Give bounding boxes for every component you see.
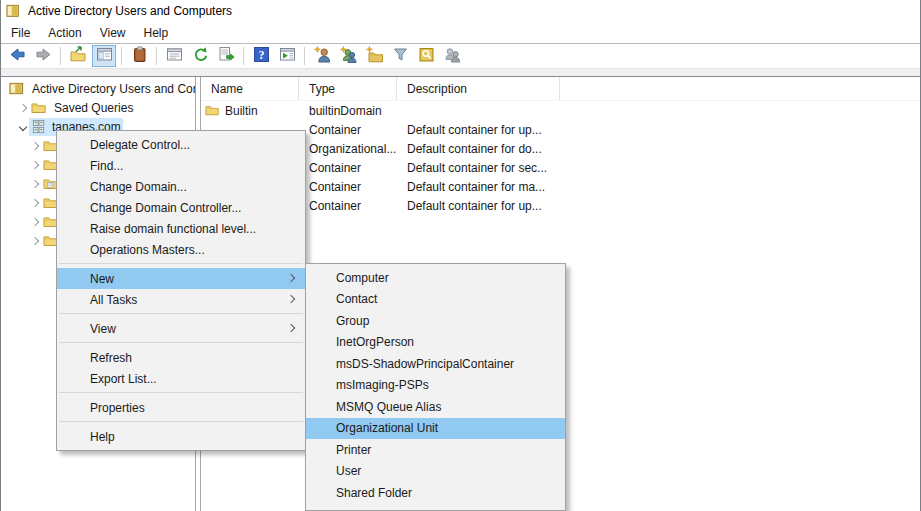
forward-button[interactable]	[31, 45, 55, 67]
toolbar-strip	[1, 69, 920, 77]
find-objects-button[interactable]	[414, 45, 438, 67]
list-row[interactable]: ContainerDefault container for sec...	[201, 158, 920, 177]
context-menu-item-help[interactable]: Help	[57, 426, 305, 447]
menu-item-label: Refresh	[90, 351, 132, 365]
menu-item-label: MSMQ Queue Alias	[336, 400, 441, 414]
context-menu-item-find[interactable]: Find...	[57, 155, 305, 176]
menu-item-label: Help	[90, 430, 115, 444]
context-menu-item-export-list[interactable]: Export List...	[57, 368, 305, 389]
chevron-glyph	[31, 236, 39, 244]
submenu-item-msimaging-psps[interactable]: msImaging-PSPs	[306, 375, 565, 397]
back-arrow-icon	[9, 46, 26, 66]
new-ou-button[interactable]	[362, 45, 386, 67]
submenu-item-msmq-queue-alias[interactable]: MSMQ Queue Alias	[306, 396, 565, 418]
menubar-item-file[interactable]: File	[2, 24, 39, 42]
submenu-item-printer[interactable]: Printer	[306, 439, 565, 461]
filter-button[interactable]	[388, 45, 412, 67]
tree-expander-collapsed-icon[interactable]	[27, 233, 43, 249]
submenu-item-user[interactable]: User	[306, 461, 565, 483]
toolbar-separator	[304, 47, 305, 65]
new-user-button[interactable]	[310, 45, 334, 67]
submenu-item-shared-folder[interactable]: Shared Folder	[306, 482, 565, 504]
tree-expander-collapsed-icon[interactable]	[27, 138, 43, 154]
group-rights-button[interactable]	[440, 45, 464, 67]
tree-expander-collapsed-icon[interactable]	[27, 214, 43, 230]
forward-arrow-icon	[35, 46, 52, 66]
context-menu-item-change-domain[interactable]: Change Domain...	[57, 176, 305, 197]
refresh-button[interactable]	[188, 45, 212, 67]
cell-description: Default container for sec...	[397, 158, 560, 177]
list-row[interactable]: BuiltinbuiltinDomain	[201, 101, 920, 120]
context-menu-item-new[interactable]: New	[57, 268, 305, 289]
context-menu-item-change-domain-controller[interactable]: Change Domain Controller...	[57, 197, 305, 218]
menu-separator	[59, 392, 303, 393]
up-one-level-button[interactable]	[66, 45, 90, 67]
submenu-item-inetorgperson[interactable]: InetOrgPerson	[306, 332, 565, 354]
tree-item-label: Saved Queries	[52, 100, 135, 116]
menu-item-label: Raise domain functional level...	[90, 222, 256, 236]
list-row[interactable]: ContainerDefault container for up...	[201, 120, 920, 139]
cell-type: builtinDomain	[299, 101, 397, 120]
cell-type: Container	[299, 196, 397, 215]
properties-window-button[interactable]	[162, 45, 186, 67]
clipboard-button[interactable]	[127, 45, 151, 67]
folder-icon	[205, 103, 220, 118]
show-console-tree-button[interactable]	[92, 45, 116, 67]
menu-item-label: Computer	[336, 271, 389, 285]
submenu-item-msds-shadowprincipalcontainer[interactable]: msDS-ShadowPrincipalContainer	[306, 353, 565, 375]
tree-expander-collapsed-icon[interactable]	[27, 195, 43, 211]
menu-separator	[59, 342, 303, 343]
aduc-window: Active Directory Users and Computers Fil…	[0, 0, 921, 511]
menubar-item-action[interactable]: Action	[39, 24, 90, 42]
list-row[interactable]: ContainerDefault container for up...	[201, 196, 920, 215]
submenu-item-group[interactable]: Group	[306, 310, 565, 332]
menubar-item-help[interactable]: Help	[135, 24, 178, 42]
export-list-button[interactable]	[214, 45, 238, 67]
context-menu-item-view[interactable]: View	[57, 318, 305, 339]
context-menu-item-all-tasks[interactable]: All Tasks	[57, 289, 305, 310]
properties-window-icon	[166, 46, 183, 66]
help-icon: ?	[253, 46, 270, 66]
context-menu-item-properties[interactable]: Properties	[57, 397, 305, 418]
chevron-glyph	[31, 198, 39, 206]
column-header-description[interactable]: Description	[397, 77, 560, 100]
menu-item-label: All Tasks	[90, 293, 137, 307]
console-icon	[9, 81, 25, 97]
tree-item-root[interactable]: Active Directory Users and Com	[1, 79, 195, 98]
menubar-item-view[interactable]: View	[91, 24, 135, 42]
folder-icon	[31, 100, 47, 116]
cell-name: Builtin	[201, 101, 299, 120]
toolbar: ?	[1, 44, 920, 69]
submenu-item-organizational-unit[interactable]: Organizational Unit	[306, 418, 565, 440]
new-group-button[interactable]	[336, 45, 360, 67]
new-console-window-button[interactable]	[275, 45, 299, 67]
cell-description: Default container for do...	[397, 139, 560, 158]
toolbar-separator	[121, 47, 122, 65]
cell-type: Organizational...	[299, 139, 397, 158]
window-title: Active Directory Users and Computers	[28, 4, 232, 18]
tree-expander-collapsed-icon[interactable]	[27, 157, 43, 173]
column-header-type[interactable]: Type	[299, 77, 397, 100]
context-menu-item-refresh[interactable]: Refresh	[57, 347, 305, 368]
submenu-item-computer[interactable]: Computer	[306, 267, 565, 289]
context-menu: Delegate Control...Find...Change Domain.…	[56, 130, 306, 451]
menu-item-label: Find...	[90, 159, 123, 173]
cell-description: Default container for up...	[397, 196, 560, 215]
chevron-glyph	[31, 179, 39, 187]
submenu-item-contact[interactable]: Contact	[306, 289, 565, 311]
tree-expander-collapsed-icon[interactable]	[27, 176, 43, 192]
menu-separator	[59, 421, 303, 422]
back-button[interactable]	[5, 45, 29, 67]
context-menu-item-raise-domain-functional-level[interactable]: Raise domain functional level...	[57, 218, 305, 239]
list-row[interactable]: ContainerDefault container for ma...	[201, 177, 920, 196]
submenu-arrow-icon	[287, 295, 295, 303]
context-menu-item-operations-masters[interactable]: Operations Masters...	[57, 239, 305, 260]
tree-expander-collapsed-icon[interactable]	[15, 100, 31, 116]
context-menu-item-delegate-control[interactable]: Delegate Control...	[57, 134, 305, 155]
tree-item-saved-queries[interactable]: Saved Queries	[1, 98, 195, 117]
column-header-name[interactable]: Name	[201, 77, 299, 100]
list-row[interactable]: Organizational...Default container for d…	[201, 139, 920, 158]
list-column-headers: NameTypeDescription	[201, 77, 920, 101]
help-button[interactable]: ?	[249, 45, 273, 67]
submenu-arrow-icon	[287, 324, 295, 332]
